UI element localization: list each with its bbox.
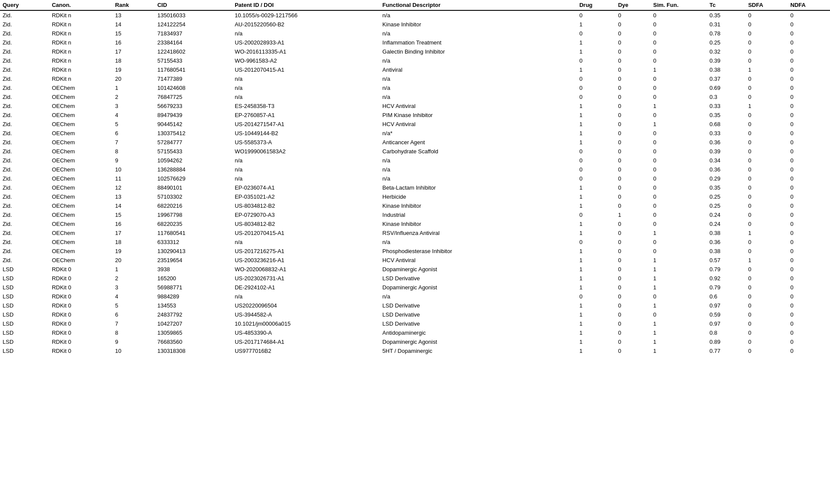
table-cell: 0 (616, 156, 651, 165)
table-cell: 57284777 (155, 138, 232, 147)
table-cell: 0 (616, 174, 651, 183)
table-cell: RDKit n (49, 29, 112, 38)
table-cell: 0 (746, 238, 788, 247)
table-cell: 68220216 (155, 201, 232, 210)
table-row: Zid.OEChem1357103302EP-0351021-A2Herbici… (0, 192, 830, 201)
table-cell: 0 (788, 10, 830, 20)
table-cell: LSD Derivative (380, 310, 577, 319)
table-row: Zid.OEChem356679233ES-2458358-T3HCV Anti… (0, 101, 830, 111)
table-cell: 0 (746, 292, 788, 301)
table-cell: EP-0351021-A2 (232, 192, 380, 201)
table-row: Zid.RDKit n14124122254AU-2015220560-B2Ki… (0, 20, 830, 29)
table-cell: 0.34 (707, 156, 745, 165)
table-cell: 1 (577, 219, 615, 228)
table-cell: 0 (788, 274, 830, 283)
table-cell: 0 (616, 319, 651, 328)
table-cell: OEChem (49, 247, 112, 256)
table-cell: EP-0236074-A1 (232, 183, 380, 192)
table-cell: 0 (788, 228, 830, 238)
table-cell: 0 (651, 147, 707, 156)
table-cell: 6 (112, 129, 155, 138)
table-row: Zid.OEChem1468220216US-8034812-B2Kinase … (0, 201, 830, 210)
table-cell: US-2002028933-A1 (232, 38, 380, 47)
table-cell: LSD (0, 328, 49, 337)
table-cell: n/a (232, 83, 380, 92)
table-cell: 1 (651, 337, 707, 346)
table-cell: 0 (577, 238, 615, 247)
table-cell: n/a (232, 92, 380, 101)
table-cell: 0 (746, 319, 788, 328)
table-cell: 0 (651, 183, 707, 192)
table-cell: US-2003236216-A1 (232, 256, 380, 265)
table-cell: 0 (616, 283, 651, 292)
table-cell: 0.38 (707, 228, 745, 238)
header-cid: CID (155, 0, 232, 10)
table-cell: 0 (788, 92, 830, 101)
table-cell: 0 (788, 238, 830, 247)
table-cell: 0 (616, 38, 651, 47)
table-cell: Zid. (0, 201, 49, 210)
table-cell: LSD (0, 310, 49, 319)
table-cell: Zid. (0, 138, 49, 147)
table-row: Zid.RDKit n2071477389n/an/a0000.3700 (0, 74, 830, 83)
header-rank: Rank (112, 0, 155, 10)
table-cell: 0 (746, 346, 788, 355)
table-cell: 1 (651, 328, 707, 337)
table-cell: 0 (746, 283, 788, 292)
table-cell: RDKit 0 (49, 337, 112, 346)
table-cell: Zid. (0, 228, 49, 238)
header-ndfa: NDFA (788, 0, 830, 10)
table-cell: OEChem (49, 165, 112, 174)
table-cell: 0.24 (707, 210, 745, 219)
table-cell: 0.25 (707, 201, 745, 210)
table-cell: 0 (616, 92, 651, 101)
table-cell: 3 (112, 283, 155, 292)
table-cell: Zid. (0, 219, 49, 228)
table-cell: Kinase Inhibitor (380, 20, 577, 29)
table-cell: 0 (788, 292, 830, 301)
table-cell: LSD (0, 337, 49, 346)
table-cell: 0 (616, 201, 651, 210)
table-cell: Zid. (0, 74, 49, 83)
table-cell: US-8034812-B2 (232, 201, 380, 210)
table-cell: 1 (746, 101, 788, 111)
table-cell: Dopaminergic Agonist (380, 283, 577, 292)
table-cell: 0 (746, 156, 788, 165)
table-row: LSDRDKit 071042720710.1021/jm00006a015LS… (0, 319, 830, 328)
table-cell: 0.36 (707, 165, 745, 174)
table-cell: HCV Antiviral (380, 256, 577, 265)
table-cell: 0 (651, 29, 707, 38)
table-cell: EP-0729070-A3 (232, 210, 380, 219)
table-cell: Zid. (0, 38, 49, 47)
data-table: Query Canon. Rank CID Patent ID / DOI Fu… (0, 0, 830, 355)
table-cell: 2 (112, 92, 155, 101)
table-cell: RDKit 0 (49, 310, 112, 319)
table-cell: 5 (112, 120, 155, 129)
table-cell: 5HT / Dopaminergic (380, 346, 577, 355)
table-cell: LSD Derivative (380, 274, 577, 283)
table-cell: 24837792 (155, 310, 232, 319)
table-cell: 71477389 (155, 74, 232, 83)
table-cell: Zid. (0, 83, 49, 92)
table-cell: OEChem (49, 101, 112, 111)
table-cell: 0 (746, 120, 788, 129)
table-cell: RDKit n (49, 65, 112, 74)
table-row: LSDRDKit 0976683560US-2017174684-A1Dopam… (0, 337, 830, 346)
table-cell: 0 (651, 174, 707, 183)
table-cell: 13 (112, 10, 155, 20)
table-cell: US-2017174684-A1 (232, 337, 380, 346)
table-row: Zid.OEChem19130290413US-2017216275-A1Pho… (0, 247, 830, 256)
table-cell: 1 (577, 247, 615, 256)
table-cell: 0 (788, 74, 830, 83)
table-cell: OEChem (49, 238, 112, 247)
table-cell: 0 (746, 301, 788, 310)
table-cell: 1 (577, 192, 615, 201)
table-cell: 0 (746, 201, 788, 210)
table-row: LSDRDKit 013938WO-2020068832-A1Dopaminer… (0, 265, 830, 274)
table-cell: 0 (788, 174, 830, 183)
table-cell: n/a (380, 174, 577, 183)
table-cell: 0 (746, 274, 788, 283)
table-cell: 57103302 (155, 192, 232, 201)
table-cell: 0 (651, 74, 707, 83)
table-cell: 1 (651, 256, 707, 265)
